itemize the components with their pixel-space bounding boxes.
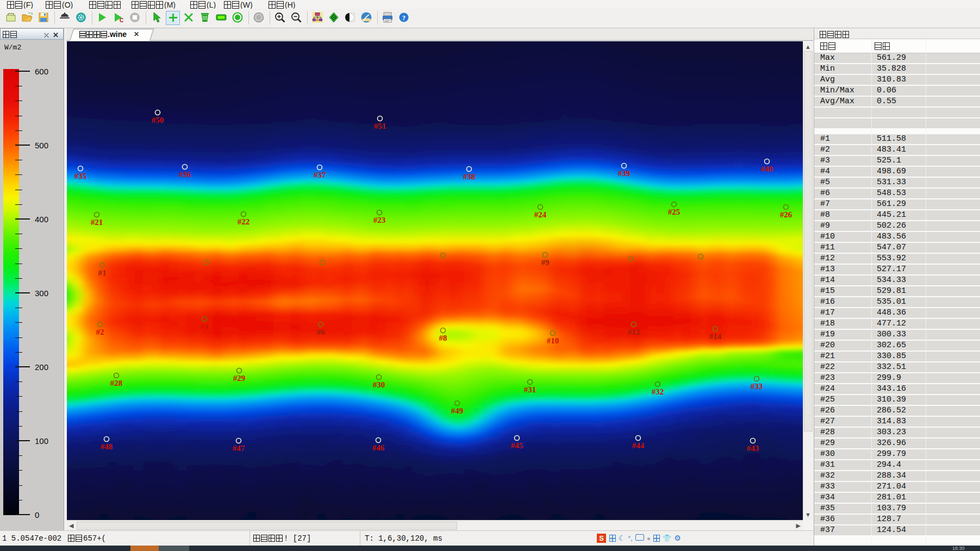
svg-text:#48: #48 [101,442,113,451]
svg-text:#39: #39 [618,169,631,178]
svg-text:#23: #23 [373,216,386,224]
svg-text:#24: #24 [534,210,547,219]
svg-text:#38: #38 [463,172,476,181]
svg-text:#26: #26 [780,210,792,219]
svg-text:?: ? [402,14,406,22]
svg-text:#31: #31 [524,385,536,394]
svg-text:#49: #49 [451,406,464,415]
svg-text:#33: #33 [751,382,763,391]
svg-text:#44: #44 [632,441,645,450]
svg-text:#35: #35 [74,172,87,180]
svg-text:#50: #50 [152,116,164,124]
svg-text:#40: #40 [761,165,773,173]
svg-text:#30: #30 [373,380,385,389]
svg-text:#37: #37 [314,171,326,179]
svg-text:C: C [120,17,123,23]
svg-text:#8: #8 [439,334,447,342]
svg-text:#32: #32 [652,387,664,396]
svg-text:#46: #46 [372,443,385,452]
svg-text:#12: #12 [628,328,640,336]
svg-text:#4: #4 [201,322,209,331]
svg-text:#22: #22 [238,217,250,226]
svg-text:#28: #28 [110,379,123,387]
svg-text:#36: #36 [179,170,191,179]
svg-text:#14: #14 [709,332,722,341]
svg-text:#2: #2 [96,328,104,336]
svg-text:#45: #45 [511,441,523,450]
svg-text:#29: #29 [233,374,246,383]
svg-text:#21: #21 [91,218,103,227]
svg-text:#6: #6 [317,328,326,336]
svg-text:#1: #1 [98,268,107,277]
svg-text:#9: #9 [541,258,550,267]
svg-text:#43: #43 [747,444,759,453]
svg-text:#25: #25 [668,208,681,216]
svg-text:#51: #51 [374,122,386,130]
svg-text:#47: #47 [233,444,245,453]
svg-text:#10: #10 [547,336,559,345]
